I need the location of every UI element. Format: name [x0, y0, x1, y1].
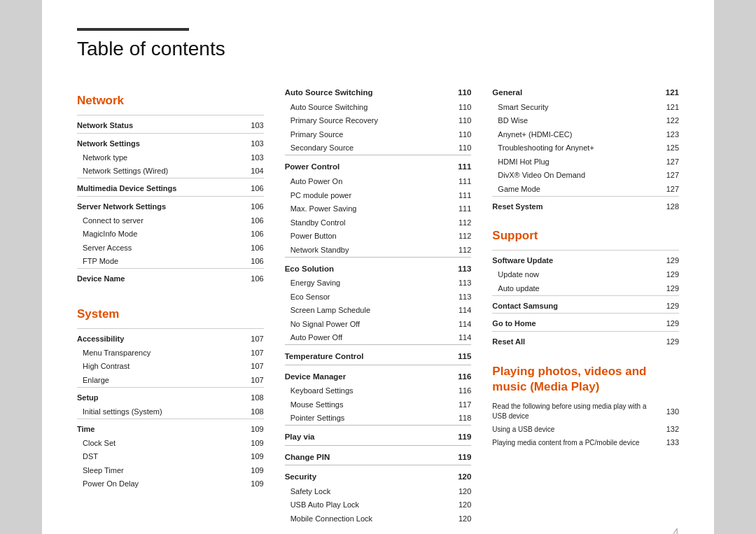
row-num: 128	[647, 196, 679, 213]
row-label: Power Control	[285, 155, 438, 175]
general-table: General 121 Smart Security 121 BD Wise 1…	[492, 81, 679, 213]
row-num: 109	[227, 463, 264, 477]
row-num: 120	[437, 484, 471, 498]
row-num: 106	[231, 269, 263, 286]
row-num: 110	[437, 127, 471, 141]
row-label: Network Settings (Wired)	[77, 164, 231, 178]
row-num: 112	[437, 230, 471, 244]
row-num: 133	[658, 436, 679, 450]
row-label: Security	[285, 465, 438, 484]
row-num: 103	[231, 133, 263, 150]
middle-table: Auto Source Switching 110 Auto Source Sw…	[285, 81, 472, 526]
table-row: Sleep Timer 109	[77, 463, 264, 477]
row-num: 120	[437, 498, 471, 512]
row-label: Enlarge	[77, 373, 227, 387]
row-label: Secondary Source	[285, 141, 438, 155]
row-num: 113	[437, 257, 471, 276]
table-row: MagicInfo Mode 106	[77, 227, 264, 241]
table-row: Clock Set 109	[77, 436, 264, 450]
table-row: Max. Power Saving 111	[285, 202, 472, 216]
row-label: Standby Control	[285, 216, 438, 230]
row-num: 129	[634, 314, 679, 332]
row-label: Connect to server	[77, 213, 231, 227]
table-row: Auto Power Off 114	[285, 331, 472, 345]
row-num: 130	[658, 400, 679, 422]
table-row: General 121	[492, 81, 679, 100]
row-num: 108	[227, 405, 264, 419]
row-num: 119	[437, 426, 471, 445]
row-label: Clock Set	[77, 436, 227, 450]
row-num: 104	[231, 164, 263, 178]
row-label: Read the following before using media pl…	[492, 400, 658, 422]
table-row: Network Settings 103	[77, 133, 264, 150]
row-label: Play via	[285, 426, 438, 445]
row-label: Mouse Settings	[285, 398, 438, 412]
table-row: Setup 108	[77, 387, 264, 405]
row-label: HDMI Hot Plug	[492, 155, 647, 169]
row-num: 129	[634, 281, 679, 295]
table-row: PC module power 111	[285, 188, 472, 202]
row-label: BD Wise	[492, 114, 647, 128]
row-label: Auto update	[492, 281, 634, 295]
row-label: General	[492, 81, 647, 100]
row-label: No Signal Power Off	[285, 317, 438, 331]
row-num: 111	[437, 175, 471, 189]
row-num: 103	[231, 115, 263, 134]
table-row: Server Network Settings 106	[77, 196, 264, 213]
row-num: 129	[634, 268, 679, 282]
row-num: 120	[437, 512, 471, 526]
row-num: 114	[437, 304, 471, 318]
table-row: Contact Samsung 129	[492, 295, 679, 314]
col-right: General 121 Smart Security 121 BD Wise 1…	[492, 81, 679, 526]
row-label: Safety Lock	[285, 484, 438, 498]
row-num: 114	[437, 317, 471, 331]
row-label: Auto Power Off	[285, 331, 438, 345]
support-section-title: Support	[492, 229, 679, 243]
row-num: 123	[647, 127, 679, 141]
row-num: 121	[647, 100, 679, 114]
row-num: 107	[227, 360, 264, 374]
row-label: Server Access	[77, 241, 231, 255]
table-row: Playing media content from a PC/mobile d…	[492, 436, 679, 450]
row-num: 109	[227, 477, 264, 491]
row-num: 129	[634, 295, 679, 314]
row-num: 103	[231, 150, 263, 164]
row-label: Pointer Settings	[285, 412, 438, 426]
row-label: Keyboard Settings	[285, 384, 438, 398]
row-label: Update now	[492, 268, 634, 282]
row-label: Using a USB device	[492, 422, 658, 436]
row-label: High Contrast	[77, 360, 227, 374]
table-row: Power Button 112	[285, 230, 472, 244]
table-row: Mobile Connection Lock 120	[285, 512, 472, 526]
row-num: 118	[437, 412, 471, 426]
row-label: Network type	[77, 150, 231, 164]
table-row: Secondary Source 110	[285, 141, 472, 155]
row-num: 112	[437, 216, 471, 230]
support-section: Support Software Update 129 Update now 1…	[492, 229, 679, 349]
table-row: DivX® Video On Demand 127	[492, 169, 679, 183]
row-label: Screen Lamp Schedule	[285, 304, 438, 318]
row-num: 121	[647, 81, 679, 100]
row-label: Mobile Connection Lock	[285, 512, 438, 526]
table-row: Initial settings (System) 108	[77, 405, 264, 419]
table-row: Network type 103	[77, 150, 264, 164]
row-label: Max. Power Saving	[285, 202, 438, 216]
row-label: DST	[77, 450, 227, 464]
row-label: Smart Security	[492, 100, 647, 114]
table-row: Power On Delay 109	[77, 477, 264, 491]
table-row: FTP Mode 106	[77, 255, 264, 269]
table-row: Auto Source Switching 110	[285, 81, 472, 100]
table-row: Network Status 103	[77, 115, 264, 134]
row-label: Auto Source Switching	[285, 100, 438, 114]
row-label: Setup	[77, 387, 227, 405]
row-label: Initial settings (System)	[77, 405, 227, 419]
row-num: 106	[231, 178, 263, 197]
row-label: Auto Power On	[285, 175, 438, 189]
system-table: Accessibility 107 Menu Transparency 107 …	[77, 328, 264, 491]
table-row: USB Auto Play Lock 120	[285, 498, 472, 512]
row-label: Eco Sensor	[285, 290, 438, 304]
row-num: 122	[647, 114, 679, 128]
support-table: Software Update 129 Update now 129 Auto …	[492, 250, 679, 349]
table-row: Anynet+ (HDMI-CEC) 123	[492, 127, 679, 141]
playing-section: Playing photos, videos and music (Media …	[492, 364, 679, 449]
